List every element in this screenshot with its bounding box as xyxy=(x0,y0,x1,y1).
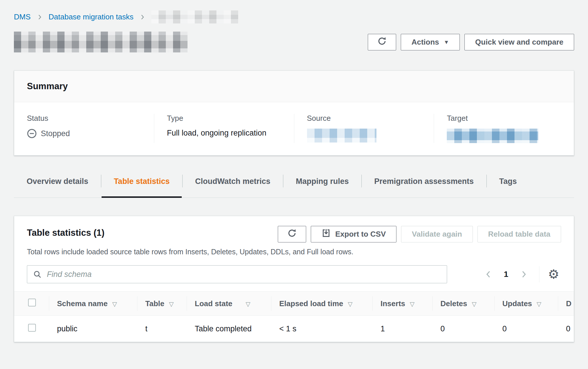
summary-card: Summary Status Stopped Type Full load, o… xyxy=(14,70,574,156)
table-statistics-actions: Export to CSV Validate again Reload tabl… xyxy=(278,226,561,242)
column-header-ddls[interactable]: D xyxy=(558,292,574,316)
sort-icon[interactable]: ▽ xyxy=(410,301,414,307)
refresh-button[interactable] xyxy=(368,34,396,50)
table-statistics-table: Schema name▽ Table▽ Load state▽ Elapsed … xyxy=(14,291,574,342)
row-checkbox[interactable] xyxy=(28,324,36,332)
select-all-checkbox[interactable] xyxy=(28,299,36,306)
type-label: Type xyxy=(167,114,281,123)
target-label: Target xyxy=(447,114,561,123)
column-header-deletes[interactable]: Deletes▽ xyxy=(432,292,494,316)
column-label: Table xyxy=(145,299,164,308)
sort-icon[interactable]: ▽ xyxy=(348,301,352,307)
cell-schema-name: public xyxy=(49,316,137,342)
column-label: Schema name xyxy=(57,299,108,308)
previous-page-icon[interactable] xyxy=(482,268,495,281)
tab-premigration-assessments[interactable]: Premigration assessments xyxy=(361,174,486,198)
sort-icon[interactable]: ▽ xyxy=(537,301,541,307)
column-header-elapsed-load-time[interactable]: Elapsed load time▽ xyxy=(271,292,372,316)
pagination: 1 ⚙ xyxy=(482,266,561,282)
table-controls: 1 ⚙ xyxy=(14,256,574,291)
tab-overview-details[interactable]: Overview details xyxy=(14,174,101,198)
breadcrumb-separator-icon xyxy=(139,14,146,20)
summary-target-column: Target xyxy=(434,114,574,143)
column-label: Inserts xyxy=(381,299,405,308)
quick-view-compare-button[interactable]: Quick view and compare xyxy=(464,34,574,50)
summary-type-column: Type Full load, ongoing replication xyxy=(154,114,294,143)
export-to-csv-button[interactable]: Export to CSV xyxy=(311,226,397,242)
sort-icon[interactable]: ▽ xyxy=(472,301,477,307)
actions-button[interactable]: Actions ▼ xyxy=(401,34,460,50)
table-statistics-card: Table statistics (1) Export to CSV Valid… xyxy=(14,216,574,342)
refresh-icon xyxy=(377,36,387,48)
quick-view-compare-label: Quick view and compare xyxy=(475,38,563,47)
cell-inserts: 1 xyxy=(372,316,432,342)
table-header-row: Schema name▽ Table▽ Load state▽ Elapsed … xyxy=(14,292,574,316)
search-icon xyxy=(33,270,42,279)
validate-again-label: Validate again xyxy=(412,230,462,239)
column-label: Elapsed load time xyxy=(279,299,343,308)
breadcrumb-tasks-link[interactable]: Database migration tasks xyxy=(49,12,133,21)
cell-table: t xyxy=(137,316,187,342)
status-label: Status xyxy=(27,114,141,123)
task-name-redacted xyxy=(14,32,188,52)
actions-button-label: Actions xyxy=(411,38,439,47)
column-label: D xyxy=(566,299,572,308)
cell-ddls: 0 xyxy=(558,316,574,342)
summary-source-column: Source xyxy=(294,114,434,143)
breadcrumb-current-redacted xyxy=(151,10,238,23)
source-endpoint-redacted[interactable] xyxy=(307,129,376,143)
validate-again-button[interactable]: Validate again xyxy=(401,226,473,242)
table-statistics-header: Table statistics (1) Export to CSV Valid… xyxy=(14,216,574,242)
cell-updates: 0 xyxy=(494,316,558,342)
find-schema-input[interactable] xyxy=(46,270,441,279)
refresh-icon xyxy=(287,229,297,240)
column-header-schema-name[interactable]: Schema name▽ xyxy=(49,292,137,316)
tab-mapping-rules[interactable]: Mapping rules xyxy=(283,174,361,198)
breadcrumb-separator-icon xyxy=(36,14,43,20)
summary-body: Status Stopped Type Full load, ongoing r… xyxy=(14,102,574,155)
table-refresh-button[interactable] xyxy=(278,226,306,242)
status-text: Stopped xyxy=(41,129,70,138)
column-header-inserts[interactable]: Inserts▽ xyxy=(372,292,432,316)
sort-icon[interactable]: ▽ xyxy=(169,301,174,307)
summary-title: Summary xyxy=(27,81,561,92)
type-value: Full load, ongoing replication xyxy=(167,129,281,138)
next-page-icon[interactable] xyxy=(517,268,530,281)
column-label: Deletes xyxy=(440,299,467,308)
dms-task-page: DMS Database migration tasks Actions ▼ Q… xyxy=(0,0,588,369)
source-label: Source xyxy=(307,114,421,123)
reload-table-data-button[interactable]: Reload table data xyxy=(477,226,561,242)
cell-deletes: 0 xyxy=(432,316,494,342)
column-header-updates[interactable]: Updates▽ xyxy=(494,292,558,316)
pager-divider xyxy=(539,266,539,282)
table-statistics-description: Total rows include loaded source table r… xyxy=(14,242,574,256)
reload-table-data-label: Reload table data xyxy=(488,230,550,239)
header-actions: Actions ▼ Quick view and compare xyxy=(368,34,574,50)
sort-icon[interactable]: ▽ xyxy=(246,301,250,307)
sort-icon[interactable]: ▽ xyxy=(112,301,117,307)
column-label: Updates xyxy=(502,299,532,308)
summary-status-column: Status Stopped xyxy=(14,114,154,143)
tab-table-statistics[interactable]: Table statistics xyxy=(101,174,182,198)
status-value: Stopped xyxy=(27,129,141,138)
tab-tags[interactable]: Tags xyxy=(486,174,530,198)
chevron-down-icon: ▼ xyxy=(444,39,449,45)
summary-card-header: Summary xyxy=(14,71,574,102)
cell-elapsed-load-time: < 1 s xyxy=(271,316,372,342)
column-label: Load state xyxy=(195,299,232,308)
breadcrumb-dms-link[interactable]: DMS xyxy=(14,12,31,21)
download-icon xyxy=(321,229,331,240)
cell-load-state: Table completed xyxy=(187,316,271,342)
task-tabs: Overview details Table statistics CloudW… xyxy=(14,174,574,198)
page-header: Actions ▼ Quick view and compare xyxy=(14,32,574,52)
breadcrumb: DMS Database migration tasks xyxy=(14,0,574,23)
target-endpoint-redacted[interactable] xyxy=(447,129,538,143)
settings-gear-icon[interactable]: ⚙ xyxy=(546,268,561,281)
export-to-csv-label: Export to CSV xyxy=(335,230,386,239)
table-row: public t Table completed < 1 s 1 0 0 0 xyxy=(14,316,574,342)
tab-cloudwatch-metrics[interactable]: CloudWatch metrics xyxy=(182,174,283,198)
column-header-table[interactable]: Table▽ xyxy=(137,292,187,316)
current-page-number: 1 xyxy=(504,270,508,279)
column-header-load-state[interactable]: Load state▽ xyxy=(187,292,271,316)
table-statistics-title: Table statistics (1) xyxy=(27,228,104,238)
